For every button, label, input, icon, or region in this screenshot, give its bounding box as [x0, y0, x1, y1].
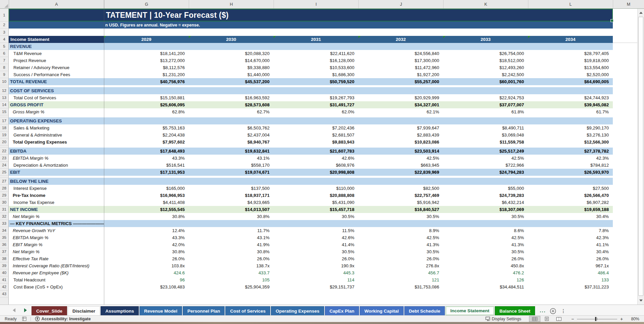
- row-label-cell[interactable]: EBIT: [9, 169, 104, 176]
- row-header-37[interactable]: 37: [0, 248, 9, 255]
- value-cell[interactable]: [274, 87, 358, 94]
- row-label-cell[interactable]: [9, 290, 104, 298]
- value-cell[interactable]: $18,512,000: [443, 57, 528, 64]
- macro-record-icon[interactable]: [22, 317, 26, 321]
- row-header-6[interactable]: 6: [0, 50, 9, 57]
- value-cell[interactable]: [528, 87, 613, 94]
- value-cell[interactable]: $8,490,711: [443, 124, 528, 131]
- row-label-cell[interactable]: Pre-Tax Income: [9, 192, 104, 199]
- value-cell[interactable]: $2,883,439: [358, 131, 443, 139]
- row-label-cell[interactable]: Total Cost of Services: [9, 94, 104, 101]
- value-cell[interactable]: $10,823,086: [358, 139, 443, 146]
- value-cell[interactable]: 43.1%: [189, 234, 274, 241]
- row-header-24[interactable]: 24: [0, 162, 9, 169]
- column-header-j[interactable]: J: [359, 0, 444, 8]
- value-cell[interactable]: 276.8x: [358, 262, 443, 269]
- value-cell[interactable]: $2,437,004: [189, 131, 274, 139]
- value-cell[interactable]: [358, 87, 443, 94]
- column-header-g[interactable]: G: [104, 0, 189, 8]
- value-cell[interactable]: 30.5%: [443, 213, 528, 220]
- value-cell[interactable]: $26,593,970: [528, 169, 613, 176]
- value-cell[interactable]: $15,457,718: [274, 206, 358, 213]
- value-cell[interactable]: $19,659,188: [528, 206, 613, 213]
- row-label-cell[interactable]: Income Tax Expense: [9, 199, 104, 206]
- value-cell[interactable]: [274, 290, 358, 298]
- value-cell[interactable]: $24,794,283: [443, 169, 528, 176]
- zoom-slider-thumb[interactable]: [595, 317, 596, 321]
- value-cell[interactable]: [274, 117, 358, 124]
- value-cell[interactable]: $19,074,671: [189, 169, 274, 176]
- value-cell[interactable]: 138.7x: [189, 262, 274, 269]
- vertical-scrollbar-thumb[interactable]: [638, 17, 643, 296]
- value-cell[interactable]: [528, 290, 613, 298]
- value-cell[interactable]: $13,272,000: [104, 57, 189, 64]
- more-sheets-indicator[interactable]: ...: [540, 308, 546, 313]
- value-cell[interactable]: [189, 117, 274, 124]
- value-cell[interactable]: $6,432,214: [443, 199, 528, 206]
- column-header-h[interactable]: H: [189, 0, 274, 8]
- value-cell[interactable]: $39,945,082: [528, 101, 613, 108]
- row-header-38[interactable]: 38: [0, 255, 9, 262]
- value-cell[interactable]: $34,327,001: [358, 101, 443, 108]
- value-cell[interactable]: $8,940,767: [189, 139, 274, 146]
- value-cell[interactable]: 114: [274, 276, 358, 283]
- value-cell[interactable]: $558,170: [189, 162, 274, 169]
- value-cell[interactable]: $22,839,969: [358, 169, 443, 176]
- value-cell[interactable]: $27,500: [528, 185, 613, 192]
- column-header-m[interactable]: M: [613, 0, 644, 8]
- value-cell[interactable]: $25,904,359: [189, 283, 274, 290]
- value-cell[interactable]: $13,554,600: [528, 64, 613, 71]
- year-header-cell-2032[interactable]: 2032: [358, 36, 443, 43]
- row-header-39[interactable]: 39: [0, 262, 9, 269]
- row-label-cell[interactable]: EBITDA Margin %: [9, 155, 104, 162]
- value-cell[interactable]: [358, 290, 443, 298]
- value-cell[interactable]: $9,883,943: [274, 139, 358, 146]
- sheet-tab-personnel-plan[interactable]: Personnel Plan: [183, 306, 225, 315]
- sheet-tab-operating-expenses[interactable]: Operating Expenses: [271, 306, 324, 315]
- value-cell[interactable]: 103.8x: [104, 262, 189, 269]
- row-header-13[interactable]: 13: [0, 94, 9, 101]
- year-header-cell-2029[interactable]: 2029: [104, 36, 189, 43]
- value-cell[interactable]: 43.1%: [189, 155, 274, 162]
- value-cell[interactable]: [443, 43, 528, 50]
- value-cell[interactable]: $6,503,762: [189, 124, 274, 131]
- value-cell[interactable]: $37,077,007: [443, 101, 528, 108]
- value-cell[interactable]: 96: [104, 276, 189, 283]
- value-cell[interactable]: $27,378,782: [528, 148, 613, 155]
- row-header-27[interactable]: 27: [0, 178, 9, 185]
- value-cell[interactable]: $4,923,665: [189, 199, 274, 206]
- value-cell[interactable]: $2,242,500: [443, 71, 528, 78]
- value-cell[interactable]: $722,966: [443, 162, 528, 169]
- value-cell[interactable]: [104, 87, 189, 94]
- row-label-cell[interactable]: Net Margin %: [9, 248, 104, 255]
- value-cell[interactable]: 42.0%: [104, 241, 189, 248]
- value-cell[interactable]: 42.6%: [274, 234, 358, 241]
- value-cell[interactable]: $23,503,914: [358, 148, 443, 155]
- row-header-10[interactable]: 10: [0, 78, 9, 85]
- value-cell[interactable]: $608,976: [274, 162, 358, 169]
- normal-view-button[interactable]: [529, 316, 540, 322]
- value-cell[interactable]: $12,555,545: [104, 206, 189, 213]
- row-header-2[interactable]: 2: [0, 21, 9, 29]
- value-cell[interactable]: $10,533,600: [274, 64, 358, 71]
- value-cell[interactable]: $1,927,200: [358, 71, 443, 78]
- value-cell[interactable]: 62.8%: [104, 108, 189, 115]
- value-cell[interactable]: [274, 298, 358, 305]
- value-cell[interactable]: $9,338,880: [189, 64, 274, 71]
- value-cell[interactable]: $26,566,470: [528, 192, 613, 199]
- value-cell[interactable]: $12,493,260: [443, 64, 528, 71]
- value-cell[interactable]: $55,257,000: [358, 78, 443, 85]
- row-header-30[interactable]: 30: [0, 199, 9, 206]
- value-cell[interactable]: $28,797,405: [528, 50, 613, 57]
- row-header-5[interactable]: 5: [0, 43, 9, 50]
- value-cell[interactable]: 8.9%: [358, 227, 443, 234]
- value-cell[interactable]: [189, 43, 274, 50]
- value-cell[interactable]: 12.4%: [104, 227, 189, 234]
- row-label-cell[interactable]: EBIT Margin %: [9, 241, 104, 248]
- value-cell[interactable]: 30.4%: [528, 248, 613, 255]
- row-header-20[interactable]: 20: [0, 139, 9, 146]
- row-label-cell[interactable]: T&M Revenue: [9, 50, 104, 57]
- row-label-cell[interactable]: Total Operating Expenses: [9, 139, 104, 146]
- tab-scroll-right-icon[interactable]: [24, 308, 27, 312]
- zoom-out-button[interactable]: −: [571, 316, 574, 322]
